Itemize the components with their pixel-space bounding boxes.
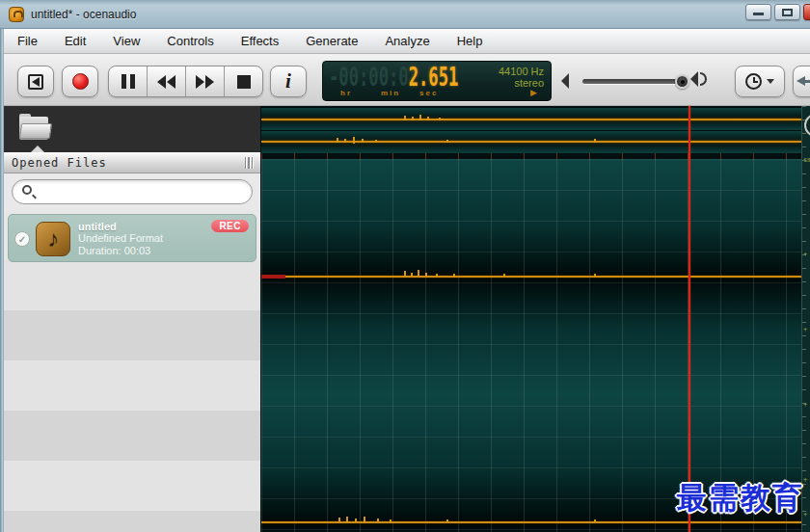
file-duration: Duration: 00:03: [78, 245, 163, 257]
sample-rate-readout: 44100 Hz stereo: [499, 66, 544, 89]
fast-forward-button[interactable]: [186, 66, 225, 96]
active-tab-notch: [31, 146, 44, 152]
minimize-button[interactable]: [745, 4, 771, 20]
search-icon: [22, 185, 32, 195]
fast-forward-icon: [196, 75, 214, 89]
toolbar: i -00:00:02.651 hr min sec 44100 Hz ster…: [4, 54, 810, 106]
menu-edit[interactable]: Edit: [51, 29, 99, 54]
waveform-line-left: [261, 276, 801, 278]
clock-icon: [745, 73, 762, 90]
volume-mute-icon[interactable]: [561, 73, 569, 89]
window-title: untitled* - ocenaudio: [31, 0, 136, 29]
audio-file-icon: ♪: [36, 222, 70, 256]
time-label-sec: sec: [419, 89, 438, 97]
file-item-text: untitled Undefined Format Duration: 00:0…: [78, 221, 163, 257]
time-label-min: min: [381, 89, 400, 97]
watermark-text: 最需教育: [677, 478, 804, 519]
skip-to-start-icon: [28, 74, 43, 90]
sidebar-search-area: [4, 173, 260, 210]
search-input[interactable]: [40, 183, 242, 200]
maximize-icon: [782, 9, 793, 16]
menubar: File Edit View Controls Effects Generate…: [4, 29, 810, 54]
close-button[interactable]: [803, 4, 810, 20]
maximize-button[interactable]: [774, 4, 800, 20]
rewind-button[interactable]: [148, 66, 186, 96]
opened-files-folder-icon[interactable]: [19, 114, 52, 141]
overview-channel-left: [261, 108, 801, 130]
ruler-label-3: +: [803, 401, 807, 409]
transport-button-group: [108, 66, 263, 97]
time-label-hr: hr: [340, 89, 352, 97]
panel-grip-icon[interactable]: [245, 157, 254, 169]
waveform-editor[interactable]: sm + + + + +: [260, 106, 810, 532]
skip-to-start-button[interactable]: [17, 66, 54, 97]
file-name: untitled: [78, 221, 163, 232]
waveform-main-view[interactable]: [261, 159, 801, 532]
ocenaudio-window: { "window": { "title": "untitled* - ocen…: [0, 0, 810, 532]
playhead-cursor[interactable]: [688, 106, 690, 532]
menu-file[interactable]: File: [4, 29, 51, 54]
opened-files-list: ✓ ♪ untitled Undefined Format Duration: …: [4, 210, 260, 532]
pause-icon: [122, 74, 135, 89]
rewind-icon: [157, 75, 176, 89]
file-item-untitled[interactable]: ✓ ♪ untitled Undefined Format Duration: …: [8, 214, 256, 262]
menu-effects[interactable]: Effects: [228, 29, 293, 54]
time-digits: -00:00:02.651: [329, 63, 458, 92]
menu-generate[interactable]: Generate: [292, 29, 371, 54]
waveform-overview-strip[interactable]: [261, 106, 801, 159]
ruler-label-1: +: [803, 251, 807, 258]
file-format: Undefined Format: [78, 232, 163, 245]
stop-icon: [237, 75, 251, 89]
menu-controls[interactable]: Controls: [153, 29, 227, 54]
menu-help[interactable]: Help: [444, 29, 497, 54]
info-button[interactable]: i: [270, 66, 307, 97]
overview-channel-right: [261, 131, 801, 153]
pause-button[interactable]: [109, 66, 148, 96]
empty-list-rows: [4, 260, 260, 532]
sidebar-panel-header[interactable]: Opened Files: [4, 152, 260, 173]
minimize-icon: [753, 13, 764, 15]
recording-status-badge: REC: [211, 220, 249, 232]
menu-view[interactable]: View: [99, 29, 153, 54]
file-check-icon[interactable]: ✓: [14, 231, 30, 247]
volume-slider-knob[interactable]: [675, 74, 689, 89]
volume-slider-track[interactable]: [582, 79, 688, 84]
record-icon: [72, 73, 89, 90]
volume-max-icon[interactable]: [690, 71, 707, 87]
sidebar-tab-strip: [4, 106, 260, 152]
amplitude-ruler: sm + + + + +: [801, 106, 810, 532]
time-display[interactable]: -00:00:02.651 hr min sec 44100 Hz stereo…: [322, 61, 552, 101]
undo-button[interactable]: [793, 66, 810, 97]
stop-button[interactable]: [225, 66, 262, 96]
ruler-tick-marks: [802, 106, 806, 532]
titlebar[interactable]: untitled* - ocenaudio: [0, 0, 810, 29]
record-button[interactable]: [62, 66, 98, 97]
ruler-label-0: sm: [803, 156, 810, 164]
play-state-icon: ▶: [530, 88, 537, 97]
time-format-button[interactable]: [735, 66, 785, 97]
waveform-line-right: [261, 521, 801, 523]
recording-head-segment: [261, 275, 285, 279]
grid-horizontal-lines: [261, 159, 801, 532]
sample-rate: 44100 Hz: [499, 66, 544, 77]
ruler-label-2: +: [803, 326, 807, 333]
search-box[interactable]: [12, 179, 253, 204]
panel-title: Opened Files: [12, 156, 107, 170]
chevron-down-icon: [767, 79, 774, 84]
info-icon: i: [285, 69, 291, 93]
menu-analyze[interactable]: Analyze: [371, 29, 443, 54]
left-arrow-icon: [804, 80, 810, 83]
app-logo-icon: [9, 7, 24, 22]
